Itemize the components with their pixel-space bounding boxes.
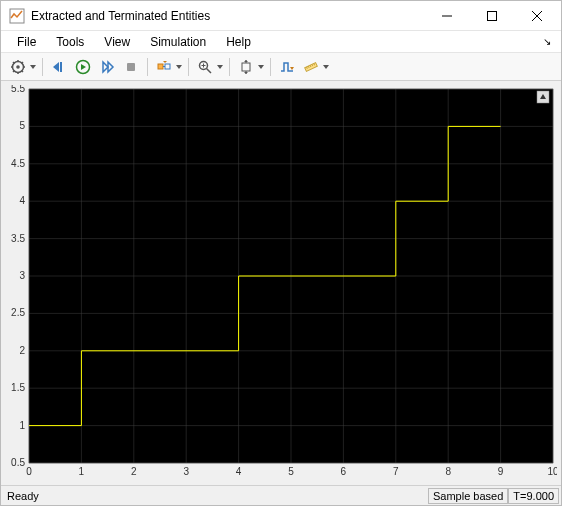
scope-plot[interactable]: 0123456789100.511.522.533.544.555.5 (1, 81, 561, 485)
menu-tools[interactable]: Tools (46, 33, 94, 51)
highlight-dropdown[interactable] (175, 65, 183, 69)
triggers-button[interactable] (276, 56, 298, 78)
svg-marker-46 (323, 65, 329, 69)
toolbar-separator (270, 58, 271, 76)
close-button[interactable] (514, 1, 559, 30)
svg-text:10: 10 (547, 466, 557, 477)
svg-text:7: 7 (393, 466, 399, 477)
maximize-button[interactable] (469, 1, 514, 30)
run-button[interactable] (72, 56, 94, 78)
svg-text:5: 5 (288, 466, 294, 477)
svg-marker-21 (108, 62, 113, 72)
status-time: T=9.000 (508, 488, 559, 504)
svg-marker-37 (244, 72, 248, 74)
svg-text:3.5: 3.5 (11, 233, 25, 244)
status-sample-mode: Sample based (428, 488, 508, 504)
svg-marker-32 (217, 65, 223, 69)
toolbar (1, 53, 561, 81)
menu-file[interactable]: File (7, 33, 46, 51)
svg-text:4.5: 4.5 (11, 158, 25, 169)
svg-marker-15 (30, 65, 36, 69)
highlight-block-button[interactable] (153, 56, 175, 78)
svg-marker-35 (244, 60, 248, 62)
menu-bar: File Tools View Simulation Help ↘ (1, 31, 561, 53)
svg-rect-23 (158, 64, 163, 69)
zoom-button[interactable] (194, 56, 216, 78)
app-icon (9, 8, 25, 24)
toolbar-separator (229, 58, 230, 76)
title-bar: Extracted and Terminated Entities (1, 1, 561, 31)
svg-line-12 (22, 70, 24, 72)
menu-help[interactable]: Help (216, 33, 261, 51)
autoscale-button[interactable] (235, 56, 257, 78)
svg-text:3: 3 (19, 270, 25, 281)
svg-text:5.5: 5.5 (11, 85, 25, 94)
step-back-button[interactable] (48, 56, 70, 78)
svg-text:4: 4 (19, 195, 25, 206)
svg-line-29 (207, 68, 212, 73)
svg-marker-38 (258, 65, 264, 69)
svg-text:1: 1 (79, 466, 85, 477)
window-controls (424, 1, 559, 30)
svg-text:0: 0 (26, 466, 32, 477)
menu-overflow-icon[interactable]: ↘ (543, 36, 555, 47)
svg-text:4: 4 (236, 466, 242, 477)
minimize-button[interactable] (424, 1, 469, 30)
svg-marker-26 (163, 61, 167, 63)
svg-text:8: 8 (445, 466, 451, 477)
svg-marker-19 (81, 64, 86, 70)
svg-text:2: 2 (19, 345, 25, 356)
measurements-button[interactable] (300, 56, 322, 78)
svg-text:1: 1 (19, 420, 25, 431)
svg-text:3: 3 (183, 466, 189, 477)
svg-text:2: 2 (131, 466, 137, 477)
svg-rect-24 (165, 64, 170, 69)
svg-marker-39 (290, 67, 294, 70)
svg-text:2.5: 2.5 (11, 307, 25, 318)
svg-line-13 (13, 70, 15, 72)
stop-button[interactable] (120, 56, 142, 78)
svg-rect-2 (487, 11, 496, 20)
svg-rect-33 (242, 63, 250, 71)
svg-marker-27 (176, 65, 182, 69)
step-forward-button[interactable] (96, 56, 118, 78)
svg-rect-22 (127, 63, 135, 71)
menu-simulation[interactable]: Simulation (140, 33, 216, 51)
svg-line-11 (13, 62, 15, 64)
autoscale-dropdown[interactable] (257, 65, 265, 69)
svg-text:1.5: 1.5 (11, 382, 25, 393)
svg-line-14 (22, 62, 24, 64)
svg-text:5: 5 (19, 120, 25, 131)
toolbar-separator (42, 58, 43, 76)
zoom-dropdown[interactable] (216, 65, 224, 69)
status-bar: Ready Sample based T=9.000 (1, 485, 561, 505)
window-title: Extracted and Terminated Entities (31, 9, 424, 23)
svg-marker-16 (53, 62, 59, 72)
svg-text:6: 6 (341, 466, 347, 477)
configure-button[interactable] (7, 56, 29, 78)
svg-point-6 (16, 65, 20, 69)
measurements-dropdown[interactable] (322, 65, 330, 69)
toolbar-separator (147, 58, 148, 76)
status-ready: Ready (3, 490, 428, 502)
menu-view[interactable]: View (94, 33, 140, 51)
svg-text:0.5: 0.5 (11, 457, 25, 468)
svg-text:9: 9 (498, 466, 504, 477)
scope-chart: 0123456789100.511.522.533.544.555.5 (5, 85, 557, 481)
configure-dropdown[interactable] (29, 65, 37, 69)
toolbar-separator (188, 58, 189, 76)
